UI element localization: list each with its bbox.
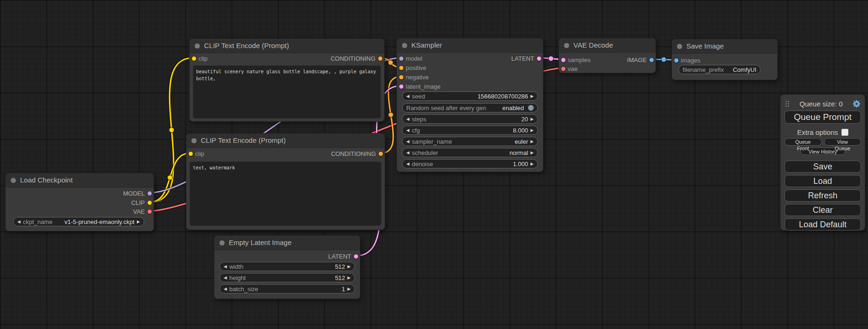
input-port-label: positive xyxy=(406,64,426,71)
input-port-model[interactable] xyxy=(399,56,403,61)
decrement-arrow-icon[interactable]: ◀ xyxy=(406,94,409,98)
output-port-label: CONDITIONING xyxy=(331,55,375,62)
prompt-textarea[interactable]: text, watermark xyxy=(190,161,381,226)
input-port-vae[interactable] xyxy=(561,67,565,71)
widget-cfg[interactable]: ◀cfg8.000▶ xyxy=(402,126,538,135)
collapse-dot-icon[interactable] xyxy=(677,44,682,49)
decrement-arrow-icon[interactable]: ◀ xyxy=(224,265,227,269)
widget-label: width xyxy=(229,263,243,270)
widget-value: 8.000 xyxy=(513,127,529,134)
decrement-arrow-icon[interactable]: ◀ xyxy=(406,117,409,121)
increment-arrow-icon[interactable]: ▶ xyxy=(347,287,351,291)
widget-denoise[interactable]: ◀denoise1.000▶ xyxy=(402,159,538,168)
queue-front-button[interactable]: Queue Front xyxy=(784,138,822,146)
node-clip-text-encode-prompt[interactable]: CLIP Text Encode (Prompt)clipCONDITIONIN… xyxy=(189,38,385,122)
node-title: Empty Latent Image xyxy=(229,236,291,250)
load-button[interactable]: Load xyxy=(784,175,861,187)
increment-arrow-icon[interactable]: ▶ xyxy=(530,162,534,166)
node-graph-canvas[interactable]: Load CheckpointMODELCLIPVAE◀ckpt_namev1-… xyxy=(0,0,868,329)
collapse-dot-icon[interactable] xyxy=(219,240,225,245)
drag-handle-icon[interactable] xyxy=(784,100,790,107)
widget-ckpt-name[interactable]: ◀ckpt_namev1-5-pruned-emaonly.ckpt▶ xyxy=(13,217,144,226)
node-title: KSampler xyxy=(411,38,442,52)
toggle-knob[interactable] xyxy=(528,105,534,111)
node-save-image[interactable]: Save Imageimagesfilename_prefixComfyUI xyxy=(671,39,778,80)
increment-arrow-icon[interactable]: ▶ xyxy=(530,140,534,144)
link-midpoint-dot[interactable] xyxy=(388,60,393,65)
link-midpoint-dot[interactable] xyxy=(168,175,173,180)
extra-options-checkbox[interactable] xyxy=(841,129,848,136)
output-port-CLIP[interactable] xyxy=(148,201,152,205)
node-titlebar[interactable]: CLIP Text Encode (Prompt) xyxy=(190,39,384,53)
link-midpoint-dot[interactable] xyxy=(169,127,174,133)
widget-scheduler[interactable]: ◀schedulernormal▶ xyxy=(402,148,538,157)
output-port-IMAGE[interactable] xyxy=(649,58,654,62)
increment-arrow-icon[interactable]: ▶ xyxy=(530,128,534,133)
input-port-label: latent_image xyxy=(406,83,440,90)
decrement-arrow-icon[interactable]: ◀ xyxy=(224,287,227,291)
load-default-button[interactable]: Load Default xyxy=(784,218,861,231)
collapse-dot-icon[interactable] xyxy=(564,43,569,48)
view-queue-button[interactable]: View Queue xyxy=(824,138,861,146)
increment-arrow-icon[interactable]: ▶ xyxy=(347,276,351,280)
widget-width[interactable]: ◀width512▶ xyxy=(219,262,355,271)
node-vae-decode[interactable]: VAE DecodesamplesvaeIMAGE xyxy=(558,38,656,73)
input-port-images[interactable] xyxy=(674,58,678,63)
output-port-LATENT[interactable] xyxy=(537,56,541,61)
gear-icon[interactable] xyxy=(852,99,861,108)
node-titlebar[interactable]: CLIP Text Encode (Prompt) xyxy=(186,133,385,148)
node-titlebar[interactable]: Load Checkpoint xyxy=(6,173,154,188)
decrement-arrow-icon[interactable]: ◀ xyxy=(224,276,227,280)
widget-value: 1.000 xyxy=(513,161,529,168)
decrement-arrow-icon[interactable]: ◀ xyxy=(406,162,409,166)
widget-filename-prefix[interactable]: filename_prefixComfyUI xyxy=(678,65,761,74)
output-port-LATENT[interactable] xyxy=(354,254,358,259)
input-port-clip[interactable] xyxy=(189,152,193,156)
node-load-checkpoint[interactable]: Load CheckpointMODELCLIPVAE◀ckpt_namev1-… xyxy=(5,173,154,231)
collapse-dot-icon[interactable] xyxy=(402,43,407,48)
link-midpoint-dot[interactable] xyxy=(661,57,666,62)
node-ksampler[interactable]: KSamplermodelpositivenegativelatent_imag… xyxy=(396,38,543,172)
increment-arrow-icon[interactable]: ▶ xyxy=(530,117,534,121)
node-titlebar[interactable]: Empty Latent Image xyxy=(214,236,360,250)
input-port-clip[interactable] xyxy=(192,56,196,61)
widget-height[interactable]: ◀height512▶ xyxy=(219,273,355,282)
widget-label: sampler_name xyxy=(412,138,452,145)
widget-batch-size[interactable]: ◀batch_size1▶ xyxy=(219,284,355,294)
input-port-latent_image[interactable] xyxy=(399,84,403,89)
decrement-arrow-icon[interactable]: ◀ xyxy=(17,220,21,224)
node-titlebar[interactable]: KSampler xyxy=(397,38,543,53)
node-clip-text-encode-prompt[interactable]: CLIP Text Encode (Prompt)clipCONDITIONIN… xyxy=(186,133,385,230)
output-port-CONDITIONING[interactable] xyxy=(378,56,382,61)
decrement-arrow-icon[interactable]: ◀ xyxy=(406,151,409,155)
input-port-positive[interactable] xyxy=(399,66,403,70)
input-port-negative[interactable] xyxy=(399,75,403,79)
widget-steps[interactable]: ◀steps20▶ xyxy=(402,114,538,124)
node-titlebar[interactable]: Save Image xyxy=(672,39,777,54)
node-titlebar[interactable]: VAE Decode xyxy=(559,38,656,53)
collapse-dot-icon[interactable] xyxy=(191,138,197,143)
increment-arrow-icon[interactable]: ▶ xyxy=(530,151,534,155)
input-port-samples[interactable] xyxy=(561,58,565,62)
link-midpoint-dot[interactable] xyxy=(388,112,394,118)
increment-arrow-icon[interactable]: ▶ xyxy=(347,265,351,269)
save-button[interactable]: Save xyxy=(784,161,861,173)
node-empty-latent-image[interactable]: Empty Latent ImageLATENT◀width512▶◀heigh… xyxy=(214,235,360,299)
output-port-VAE[interactable] xyxy=(148,210,152,214)
link-midpoint-dot[interactable] xyxy=(549,56,554,61)
decrement-arrow-icon[interactable]: ◀ xyxy=(406,140,409,144)
decrement-arrow-icon[interactable]: ◀ xyxy=(406,128,409,133)
queue-prompt-button[interactable]: Queue Prompt xyxy=(784,111,861,124)
output-port-CONDITIONING[interactable] xyxy=(379,152,383,156)
clear-button[interactable]: Clear xyxy=(784,204,861,216)
widget-seed[interactable]: ◀seed156680208700286▶ xyxy=(402,91,538,101)
increment-arrow-icon[interactable]: ▶ xyxy=(530,94,534,98)
widget-sampler-name[interactable]: ◀sampler_nameeuler▶ xyxy=(402,137,538,146)
collapse-dot-icon[interactable] xyxy=(11,178,16,183)
refresh-button[interactable]: Refresh xyxy=(784,189,861,202)
widget-random-seed-after-every-gen[interactable]: Random seed after every genenabled xyxy=(402,103,538,112)
output-port-MODEL[interactable] xyxy=(148,191,152,196)
collapse-dot-icon[interactable] xyxy=(195,43,200,49)
increment-arrow-icon[interactable]: ▶ xyxy=(137,220,140,224)
prompt-textarea[interactable]: beautiful scenery nature glass bottle la… xyxy=(193,65,381,119)
